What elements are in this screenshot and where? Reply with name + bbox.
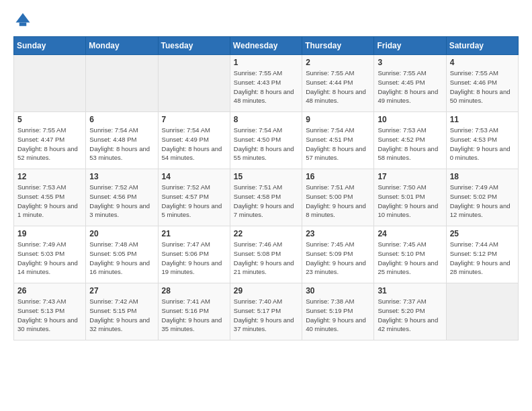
day-info: Sunrise: 7:53 AMSunset: 4:52 PMDaylight:… (378, 126, 442, 163)
day-cell: 6Sunrise: 7:54 AMSunset: 4:48 PMDaylight… (86, 112, 158, 169)
weekday-header-saturday: Saturday (446, 37, 518, 55)
day-cell: 17Sunrise: 7:50 AMSunset: 5:01 PMDayligh… (374, 169, 446, 226)
day-info: Sunrise: 7:44 AMSunset: 5:12 PMDaylight:… (450, 240, 515, 277)
day-cell: 19Sunrise: 7:49 AMSunset: 5:03 PMDayligh… (14, 226, 86, 283)
day-info: Sunrise: 7:49 AMSunset: 5:03 PMDaylight:… (17, 240, 82, 277)
logo-icon (13, 11, 32, 30)
day-cell (86, 55, 158, 112)
day-number: 16 (306, 172, 370, 181)
day-number: 13 (89, 172, 154, 181)
day-number: 31 (378, 286, 442, 295)
day-number: 4 (450, 58, 515, 67)
day-cell: 4Sunrise: 7:55 AMSunset: 4:46 PMDaylight… (446, 55, 518, 112)
day-info: Sunrise: 7:54 AMSunset: 4:48 PMDaylight:… (89, 126, 154, 163)
day-info: Sunrise: 7:48 AMSunset: 5:05 PMDaylight:… (89, 240, 154, 277)
day-number: 18 (450, 172, 515, 181)
day-info: Sunrise: 7:42 AMSunset: 5:15 PMDaylight:… (89, 297, 154, 334)
day-info: Sunrise: 7:51 AMSunset: 4:58 PMDaylight:… (234, 183, 298, 220)
day-number: 26 (17, 286, 82, 295)
day-cell: 18Sunrise: 7:49 AMSunset: 5:02 PMDayligh… (446, 169, 518, 226)
day-info: Sunrise: 7:54 AMSunset: 4:49 PMDaylight:… (162, 126, 226, 163)
svg-rect-1 (19, 23, 27, 26)
day-info: Sunrise: 7:52 AMSunset: 4:57 PMDaylight:… (162, 183, 226, 220)
day-number: 29 (234, 286, 298, 295)
day-number: 19 (17, 229, 82, 238)
day-info: Sunrise: 7:55 AMSunset: 4:43 PMDaylight:… (234, 68, 298, 105)
day-number: 17 (378, 172, 442, 181)
day-number: 6 (89, 115, 154, 124)
day-number: 8 (234, 115, 298, 124)
day-info: Sunrise: 7:55 AMSunset: 4:46 PMDaylight:… (450, 68, 515, 105)
weekday-header-wednesday: Wednesday (230, 37, 302, 55)
day-cell: 27Sunrise: 7:42 AMSunset: 5:15 PMDayligh… (86, 283, 158, 340)
day-number: 12 (17, 172, 82, 181)
day-cell: 9Sunrise: 7:54 AMSunset: 4:51 PMDaylight… (302, 112, 374, 169)
weekday-header-thursday: Thursday (302, 37, 374, 55)
day-cell: 1Sunrise: 7:55 AMSunset: 4:43 PMDaylight… (230, 55, 302, 112)
weekday-header-monday: Monday (86, 37, 158, 55)
weekday-header-friday: Friday (374, 37, 446, 55)
day-number: 9 (306, 115, 370, 124)
weekday-header-tuesday: Tuesday (158, 37, 230, 55)
day-number: 11 (450, 115, 515, 124)
week-row-3: 12Sunrise: 7:53 AMSunset: 4:55 PMDayligh… (14, 169, 519, 226)
svg-marker-0 (16, 13, 30, 23)
day-cell: 21Sunrise: 7:47 AMSunset: 5:06 PMDayligh… (158, 226, 230, 283)
day-number: 2 (306, 58, 370, 67)
day-cell (158, 55, 230, 112)
day-number: 22 (234, 229, 298, 238)
day-number: 3 (378, 58, 442, 67)
week-row-4: 19Sunrise: 7:49 AMSunset: 5:03 PMDayligh… (14, 226, 519, 283)
day-number: 28 (162, 286, 226, 295)
day-number: 10 (378, 115, 442, 124)
day-cell: 31Sunrise: 7:37 AMSunset: 5:20 PMDayligh… (374, 283, 446, 340)
day-cell: 30Sunrise: 7:38 AMSunset: 5:19 PMDayligh… (302, 283, 374, 340)
day-number: 30 (306, 286, 370, 295)
day-cell (446, 283, 518, 340)
day-cell: 23Sunrise: 7:45 AMSunset: 5:09 PMDayligh… (302, 226, 374, 283)
day-number: 5 (17, 115, 82, 124)
day-info: Sunrise: 7:52 AMSunset: 4:56 PMDaylight:… (89, 183, 154, 220)
day-info: Sunrise: 7:53 AMSunset: 4:53 PMDaylight:… (450, 126, 515, 163)
day-number: 7 (162, 115, 226, 124)
header (13, 11, 519, 30)
day-number: 20 (89, 229, 154, 238)
weekday-header-row: SundayMondayTuesdayWednesdayThursdayFrid… (14, 37, 519, 55)
day-info: Sunrise: 7:51 AMSunset: 5:00 PMDaylight:… (306, 183, 370, 220)
week-row-1: 1Sunrise: 7:55 AMSunset: 4:43 PMDaylight… (14, 55, 519, 112)
day-info: Sunrise: 7:41 AMSunset: 5:16 PMDaylight:… (162, 297, 226, 334)
day-info: Sunrise: 7:47 AMSunset: 5:06 PMDaylight:… (162, 240, 226, 277)
day-info: Sunrise: 7:37 AMSunset: 5:20 PMDaylight:… (378, 297, 442, 334)
day-info: Sunrise: 7:45 AMSunset: 5:09 PMDaylight:… (306, 240, 370, 277)
day-cell: 29Sunrise: 7:40 AMSunset: 5:17 PMDayligh… (230, 283, 302, 340)
day-cell: 8Sunrise: 7:54 AMSunset: 4:50 PMDaylight… (230, 112, 302, 169)
day-info: Sunrise: 7:53 AMSunset: 4:55 PMDaylight:… (17, 183, 82, 220)
day-number: 23 (306, 229, 370, 238)
day-cell: 2Sunrise: 7:55 AMSunset: 4:44 PMDaylight… (302, 55, 374, 112)
day-cell: 7Sunrise: 7:54 AMSunset: 4:49 PMDaylight… (158, 112, 230, 169)
day-cell: 20Sunrise: 7:48 AMSunset: 5:05 PMDayligh… (86, 226, 158, 283)
day-cell: 22Sunrise: 7:46 AMSunset: 5:08 PMDayligh… (230, 226, 302, 283)
day-cell: 3Sunrise: 7:55 AMSunset: 4:45 PMDaylight… (374, 55, 446, 112)
day-number: 15 (234, 172, 298, 181)
week-row-2: 5Sunrise: 7:55 AMSunset: 4:47 PMDaylight… (14, 112, 519, 169)
day-number: 27 (89, 286, 154, 295)
day-info: Sunrise: 7:55 AMSunset: 4:45 PMDaylight:… (378, 68, 442, 105)
calendar-page: SundayMondayTuesdayWednesdayThursdayFrid… (0, 0, 532, 351)
day-cell: 26Sunrise: 7:43 AMSunset: 5:13 PMDayligh… (14, 283, 86, 340)
day-info: Sunrise: 7:43 AMSunset: 5:13 PMDaylight:… (17, 297, 82, 334)
day-number: 25 (450, 229, 515, 238)
day-cell: 14Sunrise: 7:52 AMSunset: 4:57 PMDayligh… (158, 169, 230, 226)
day-number: 1 (234, 58, 298, 67)
day-cell (14, 55, 86, 112)
day-cell: 16Sunrise: 7:51 AMSunset: 5:00 PMDayligh… (302, 169, 374, 226)
day-info: Sunrise: 7:50 AMSunset: 5:01 PMDaylight:… (378, 183, 442, 220)
day-info: Sunrise: 7:45 AMSunset: 5:10 PMDaylight:… (378, 240, 442, 277)
calendar-table: SundayMondayTuesdayWednesdayThursdayFrid… (13, 36, 519, 340)
day-info: Sunrise: 7:40 AMSunset: 5:17 PMDaylight:… (234, 297, 298, 334)
day-info: Sunrise: 7:55 AMSunset: 4:44 PMDaylight:… (306, 68, 370, 105)
day-cell: 5Sunrise: 7:55 AMSunset: 4:47 PMDaylight… (14, 112, 86, 169)
day-cell: 11Sunrise: 7:53 AMSunset: 4:53 PMDayligh… (446, 112, 518, 169)
day-cell: 10Sunrise: 7:53 AMSunset: 4:52 PMDayligh… (374, 112, 446, 169)
day-number: 24 (378, 229, 442, 238)
